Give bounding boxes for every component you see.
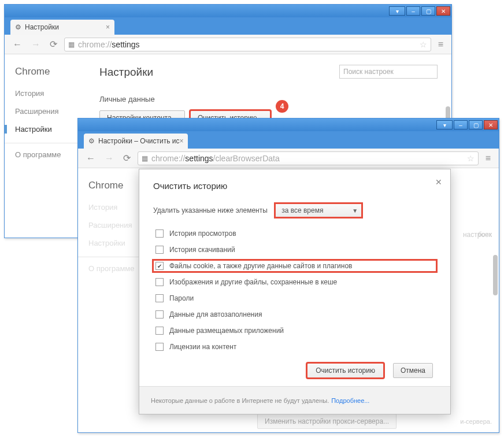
checkbox-label: Данные размещаемых приложений (169, 327, 284, 335)
dropdown-value: за все время (281, 206, 323, 214)
checkbox-label: История просмотров (169, 229, 236, 238)
footer-text: Некоторые данные о работе в Интернете не… (151, 397, 329, 404)
checkbox-row[interactable]: Данные для автозаполнения (153, 309, 436, 320)
tab-strip: ⚙ Настройки – Очистить ис × (78, 131, 499, 149)
sidebar-separator (5, 143, 86, 143)
time-range-dropdown[interactable]: за все время ▼ (275, 203, 362, 217)
minimize-button[interactable]: – (406, 6, 420, 16)
dialog-clear-button[interactable]: Очистить историю (307, 363, 384, 378)
close-window-button[interactable]: ✕ (484, 120, 498, 129)
ghost-text-1: боях (478, 231, 492, 238)
checkbox[interactable] (155, 327, 164, 335)
reload-button[interactable]: ⟳ (47, 38, 60, 51)
bookmark-star-icon[interactable]: ☆ (467, 154, 475, 163)
checkbox[interactable] (155, 229, 164, 238)
sidebar: Chrome История Расширения Настройки О пр… (5, 54, 86, 238)
checkbox[interactable] (155, 262, 164, 270)
url-text: chrome://settings (78, 40, 140, 49)
checkbox[interactable] (155, 294, 164, 302)
tab-strip: ⚙ Настройки × (5, 17, 451, 35)
titlebar: ▾ – ▢ ✕ (78, 118, 499, 131)
ghost-text-2: и-сервера. (460, 418, 492, 425)
tab-title: Настройки – Очистить ис (98, 137, 179, 145)
tab-settings-clear[interactable]: ⚙ Настройки – Очистить ис × (84, 134, 188, 149)
checkbox-row[interactable]: История просмотров (153, 228, 436, 239)
page-icon: ▦ (142, 154, 148, 162)
maximize-button[interactable]: ▢ (469, 120, 483, 129)
clear-history-dialog: ✕ Очистить историю Удалить указанные ниж… (139, 169, 451, 414)
address-bar[interactable]: ▦ chrome://settings ☆ (64, 38, 431, 51)
gear-icon: ⚙ (88, 137, 95, 145)
checkbox-list: История просмотровИстория скачиванийФайл… (153, 228, 436, 353)
toolbar: ← → ⟳ ▦ chrome://settings/clearBrowserDa… (78, 149, 499, 168)
footer-learn-more-link[interactable]: Подробнее... (331, 397, 369, 404)
section-title-privacy: Личные данные (99, 95, 438, 103)
checkbox-row[interactable]: Файлы cookie, а также другие данные сайт… (153, 260, 436, 272)
user-button[interactable]: ▾ (436, 120, 453, 129)
checkbox[interactable] (155, 278, 164, 286)
checkbox-label: Изображения и другие файлы, сохраненные … (169, 278, 337, 286)
chrome-menu-button[interactable]: ≡ (436, 38, 446, 51)
scrollbar-thumb[interactable] (493, 255, 498, 295)
dialog-close-button[interactable]: ✕ (435, 177, 442, 187)
back-button[interactable]: ← (84, 152, 98, 165)
chevron-down-icon: ▼ (352, 208, 358, 214)
checkbox-row[interactable]: Данные размещаемых приложений (153, 325, 436, 336)
checkbox[interactable] (155, 246, 164, 254)
callout-badge-4: 4 (276, 100, 288, 113)
dialog-footer: Некоторые данные о работе в Интернете не… (139, 386, 450, 414)
forward-button[interactable]: → (29, 38, 43, 51)
url-text: chrome://settings/clearBrowserData (151, 154, 280, 163)
minimize-button[interactable]: – (454, 120, 468, 129)
sidebar-item-about[interactable]: О программе (15, 150, 86, 159)
checkbox-label: Файлы cookie, а также другие данные сайт… (169, 262, 352, 270)
checkbox-row[interactable]: История скачиваний (153, 244, 436, 255)
checkbox-row[interactable]: Лицензии на контент (153, 341, 436, 353)
checkbox-label: Данные для автозаполнения (169, 310, 262, 319)
tab-title: Настройки (25, 23, 59, 31)
checkbox-label: История скачиваний (169, 246, 235, 254)
checkbox-row[interactable]: Изображения и другие файлы, сохраненные … (153, 276, 436, 288)
proxy-settings-button[interactable]: Изменить настройки прокси-сервера... (257, 414, 396, 429)
close-window-button[interactable]: ✕ (436, 6, 450, 16)
dialog-actions: Очистить историю Отмена (153, 363, 436, 378)
checkbox-label: Лицензии на контент (169, 343, 236, 351)
delete-range-label: Удалить указанные ниже элементы (153, 206, 268, 214)
maximize-button[interactable]: ▢ (421, 6, 435, 16)
dialog-title: Очистить историю (153, 181, 436, 191)
checkbox[interactable] (155, 310, 164, 319)
checkbox-label: Пароли (169, 294, 194, 302)
user-button[interactable]: ▾ (389, 6, 405, 16)
tab-close-icon[interactable]: × (179, 137, 183, 145)
dialog-cancel-button[interactable]: Отмена (393, 363, 433, 378)
address-bar[interactable]: ▦ chrome://settings/clearBrowserData ☆ (138, 151, 479, 165)
delete-range-row: Удалить указанные ниже элементы за все в… (153, 203, 436, 217)
page-title: Настройки (99, 66, 153, 79)
settings-search-input[interactable]: Поиск настроек (339, 65, 438, 79)
checkbox[interactable] (155, 343, 164, 351)
back-button[interactable]: ← (10, 38, 24, 51)
chrome-menu-button[interactable]: ≡ (483, 152, 493, 165)
page-icon: ▦ (68, 40, 75, 49)
brand-label: Chrome (15, 66, 86, 77)
sidebar-item-settings[interactable]: Настройки (5, 125, 86, 134)
tab-close-icon[interactable]: × (106, 23, 110, 31)
titlebar: ▾ – ▢ ✕ (5, 5, 451, 17)
tab-settings[interactable]: ⚙ Настройки × (10, 20, 114, 35)
toolbar: ← → ⟳ ▦ chrome://settings ☆ ≡ (5, 35, 451, 54)
reload-button[interactable]: ⟳ (121, 151, 133, 165)
bookmark-star-icon[interactable]: ☆ (420, 40, 427, 49)
sidebar-item-extensions[interactable]: Расширения (15, 107, 86, 116)
checkbox-row[interactable]: Пароли (153, 292, 436, 304)
sidebar-item-history[interactable]: История (15, 89, 86, 98)
forward-button[interactable]: → (102, 152, 116, 165)
gear-icon: ⚙ (15, 23, 21, 31)
